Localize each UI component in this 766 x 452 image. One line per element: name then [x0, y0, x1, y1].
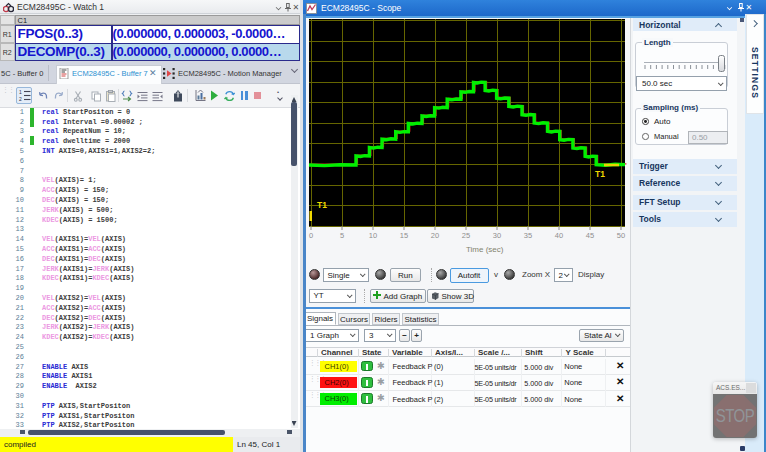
svg-text:T1: T1 [317, 200, 327, 210]
svg-text:25: 25 [462, 231, 470, 240]
svg-text:10: 10 [369, 231, 377, 240]
svg-text:Time (sec): Time (sec) [466, 245, 504, 254]
svg-text:5: 5 [340, 231, 344, 240]
svg-text:15: 15 [400, 231, 408, 240]
svg-text:45: 45 [586, 231, 594, 240]
svg-text:20: 20 [431, 231, 439, 240]
svg-text:1: 1 [19, 89, 22, 95]
svg-text:40: 40 [555, 231, 563, 240]
svg-text:T1: T1 [595, 169, 605, 179]
svg-text:30: 30 [493, 231, 501, 240]
svg-text:35: 35 [524, 231, 532, 240]
svg-text:0: 0 [309, 231, 313, 240]
svg-text:2: 2 [19, 96, 22, 102]
svg-text:50: 50 [617, 231, 625, 240]
